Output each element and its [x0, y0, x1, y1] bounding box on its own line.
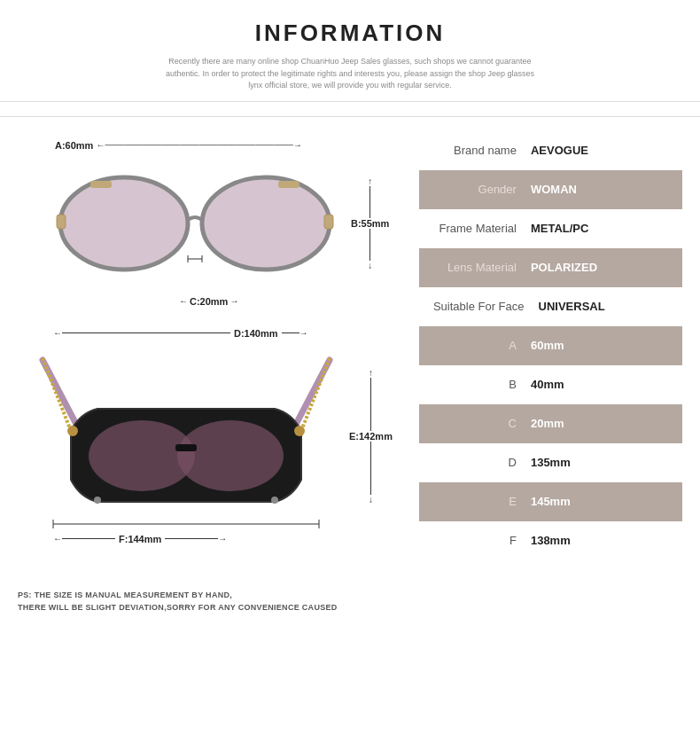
spec-label-0: Brand name — [433, 144, 531, 157]
main-content: A:60mm ←──────────────────────────────→ — [0, 116, 700, 576]
svg-point-20 — [271, 497, 278, 504]
spec-row-10: F138mm — [419, 521, 682, 560]
bottom-glasses-row: ← D:140mm → — [27, 328, 393, 544]
dim-b-label: B:55mm — [351, 218, 389, 229]
bottom-glasses-diagram: ← D:140mm → — [27, 328, 393, 544]
svg-rect-5 — [278, 181, 299, 188]
bottom-glasses-svg — [27, 342, 346, 537]
dim-b-col: ↑ B:55mm ↓ — [351, 176, 389, 270]
specs-section: Brand nameAEVOGUEGenderWOMANFrame Materi… — [419, 131, 682, 562]
header-subtitle: Recently there are many online shop Chua… — [164, 56, 536, 92]
dim-e-col: ↑ E:142mm ↓ — [349, 368, 393, 505]
spec-value-4: UNIVERSAL — [539, 300, 605, 313]
svg-point-0 — [60, 177, 188, 270]
spec-value-10: 138mm — [531, 534, 571, 547]
spec-row-8: D135mm — [419, 443, 682, 482]
spec-row-5: A60mm — [419, 326, 682, 365]
spec-value-1: WOMAN — [531, 183, 577, 196]
svg-rect-4 — [90, 181, 112, 188]
svg-point-13 — [177, 420, 284, 491]
spec-label-3: Lens Material — [433, 261, 531, 274]
svg-rect-3 — [324, 215, 333, 229]
page-header: INFORMATION Recently there are many onli… — [0, 0, 700, 102]
footer-note: PS: THE SIZE IS MANUAL MEASUREMENT BY HA… — [0, 580, 700, 623]
spec-label-10: F — [433, 534, 531, 547]
top-glasses-row: ↑ B:55mm ↓ — [27, 153, 393, 294]
footer-line1: PS: THE SIZE IS MANUAL MEASUREMENT BY HA… — [18, 589, 682, 601]
page-title: INFORMATION — [18, 20, 682, 47]
dim-e-label: E:142mm — [349, 431, 393, 442]
spec-row-4: Suitable For FaceUNIVERSAL — [419, 287, 682, 326]
spec-label-1: Gender — [433, 183, 531, 196]
spec-value-5: 60mm — [531, 339, 564, 352]
dim-d-label: D:140mm — [234, 328, 278, 339]
spec-label-2: Frame Material — [433, 222, 531, 235]
spec-row-7: C20mm — [419, 404, 682, 443]
spec-value-9: 145mm — [531, 495, 571, 508]
svg-rect-14 — [175, 444, 197, 451]
top-glasses-diagram: A:60mm ←──────────────────────────────→ — [27, 140, 393, 307]
spec-row-9: E145mm — [419, 482, 682, 521]
svg-point-1 — [202, 177, 330, 270]
dim-a-label: A:60mm — [55, 140, 93, 151]
svg-point-17 — [67, 426, 78, 436]
spec-label-9: E — [433, 495, 531, 508]
footer-line2: THERE WILL BE SLIGHT DEVIATION,SORRY FOR… — [18, 601, 682, 614]
dim-d-row: ← D:140mm → — [53, 328, 346, 339]
spec-label-5: A — [433, 339, 531, 352]
bottom-glasses-wrap: ← D:140mm → — [27, 328, 346, 544]
spec-label-6: B — [433, 378, 531, 391]
spec-label-4: Suitable For Face — [433, 300, 539, 313]
top-glasses-svg — [44, 153, 346, 294]
spec-row-1: GenderWOMAN — [419, 170, 682, 209]
svg-point-19 — [94, 497, 101, 504]
dim-a-row: A:60mm ←──────────────────────────────→ — [55, 140, 393, 151]
dim-c-row: ← C:20mm → — [179, 296, 393, 307]
dim-c-label: C:20mm — [190, 296, 228, 307]
spec-value-6: 40mm — [531, 378, 564, 391]
svg-point-18 — [294, 426, 305, 436]
spec-value-8: 135mm — [531, 456, 571, 469]
spec-value-0: AEVOGUE — [531, 144, 588, 157]
svg-rect-2 — [57, 215, 66, 229]
dim-a-arrow: ←──────────────────────────────→ — [96, 140, 302, 150]
spec-row-3: Lens MaterialPOLARIZED — [419, 248, 682, 287]
spec-label-8: D — [433, 456, 531, 469]
spec-value-3: POLARIZED — [531, 261, 597, 274]
spec-value-2: METAL/PC — [531, 222, 588, 235]
spec-label-7: C — [433, 417, 531, 430]
spec-value-7: 20mm — [531, 417, 564, 430]
spec-row-0: Brand nameAEVOGUE — [419, 131, 682, 170]
spec-row-6: B40mm — [419, 365, 682, 404]
dim-f-label: F:144mm — [119, 534, 161, 544]
spec-row-2: Frame MaterialMETAL/PC — [419, 209, 682, 248]
diagram-section: A:60mm ←──────────────────────────────→ — [18, 131, 401, 562]
